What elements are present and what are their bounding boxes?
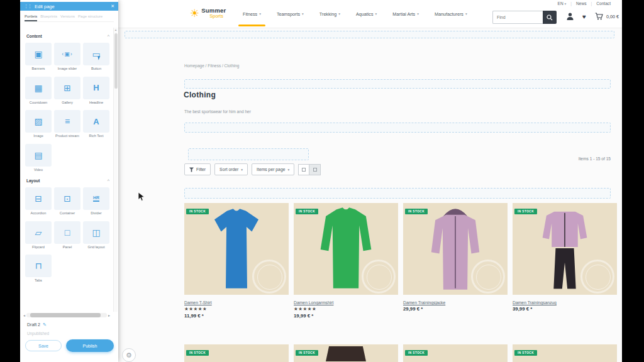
tab-portlets[interactable]: Portlets (25, 14, 37, 21)
portlet-panel[interactable]: □ Panel (54, 221, 80, 250)
chevron-down-icon: ▾ (565, 2, 567, 6)
portlet-label: Image (25, 134, 52, 138)
product-card[interactable]: IN STOCK Damen T-Shirt ★★★★★ 11,99 € * (184, 203, 289, 319)
stock-badge: IN STOCK (405, 209, 428, 214)
search-button[interactable] (543, 11, 557, 24)
close-icon[interactable]: ✕ (111, 4, 114, 9)
product-name-link[interactable]: Damen Trainingsjacke (403, 300, 508, 305)
tabs-icon: ⊓ (35, 261, 42, 271)
portlet-accordion[interactable]: ⊟ Accordion (25, 187, 52, 216)
account-button[interactable] (567, 13, 574, 20)
chevron-down-icon: ▾ (241, 168, 243, 172)
product-image[interactable]: IN STOCK (513, 203, 617, 295)
portlet-image[interactable]: ▨ Image (25, 110, 52, 138)
cms-dropzone[interactable] (184, 79, 611, 89)
panel-icon: □ (65, 228, 70, 238)
portlet-headline[interactable]: H Headline (83, 77, 109, 105)
language-selector[interactable]: EN ▾ (558, 1, 567, 6)
save-button[interactable]: Save (25, 340, 62, 351)
breadcrumb[interactable]: Homepage / Fitness / Clothing (184, 63, 239, 68)
product-image[interactable]: IN STOCK (513, 344, 617, 362)
search-input[interactable] (492, 11, 543, 24)
list-view-button[interactable] (309, 164, 321, 175)
gallery-icon: ⊞ (64, 83, 71, 93)
tab-blueprints[interactable]: Blueprints (40, 14, 57, 19)
product-name-link[interactable]: Damen T-Shirt (184, 300, 289, 305)
product-image[interactable]: IN STOCK (184, 203, 289, 295)
news-link[interactable]: News (576, 1, 587, 6)
portlet-divider[interactable]: HR Divider (83, 187, 109, 216)
product-card[interactable]: IN STOCK (403, 344, 508, 362)
sun-logo-icon: ☀ (190, 7, 199, 21)
cms-dropzone[interactable] (184, 188, 611, 199)
portlet-rich-text[interactable]: A Rich Text (83, 110, 109, 138)
portlet-label: Image slider (54, 67, 80, 71)
tab-page-structure[interactable]: Page structure (78, 14, 103, 19)
editor-header: ⋮⋮ Edit page ✕ (20, 2, 118, 11)
scrollbar-thumb[interactable] (114, 33, 118, 89)
items-per-page-dropdown[interactable]: Items per page ▾ (252, 163, 294, 175)
section-content-label: Content (26, 34, 42, 38)
product-card[interactable]: IN STOCK (184, 344, 289, 362)
nav-item-martial-arts[interactable]: Martial Arts▾ (391, 0, 420, 28)
product-name-link[interactable]: Damen Longarmshirt (294, 300, 398, 305)
section-layout[interactable]: Layout ^ (26, 178, 109, 183)
product-name-link[interactable]: Damen Trainingsanzug (513, 300, 617, 305)
product-card[interactable]: IN STOCK (294, 344, 398, 362)
nav-label: Martial Arts (392, 11, 415, 17)
draft-label: Draft 2✎ (27, 322, 47, 327)
product-card[interactable]: IN STOCK Damen Trainingsjacke 29,99 € * (403, 203, 508, 312)
nav-item-trekking[interactable]: Trekking▾ (318, 0, 341, 28)
tab-versions[interactable]: Versions (60, 14, 75, 19)
portlet-video[interactable]: ▤ Video (25, 144, 52, 172)
cart-button[interactable]: 0,00 € (595, 13, 619, 20)
filter-button[interactable]: Filter (184, 163, 211, 175)
portlet-flipcard[interactable]: ▱ Flipcard (25, 221, 52, 250)
publish-button[interactable]: Publish (66, 339, 114, 352)
product-image[interactable]: IN STOCK (403, 344, 508, 362)
edit-pencil-icon[interactable]: ✎ (43, 322, 47, 327)
portlet-banners[interactable]: ▣ Banners (25, 43, 52, 71)
heart-icon: ♥ (582, 13, 586, 20)
nav-item-fitness[interactable]: Fitness▾ (242, 0, 262, 28)
nav-item-aquatics[interactable]: Aquatics▾ (355, 0, 378, 28)
portlet-gallery[interactable]: ⊞ Gallery (54, 77, 80, 105)
portlet-image-slider[interactable]: ‹▣› Image slider (54, 43, 80, 71)
grid-view-button[interactable] (298, 164, 309, 175)
portlet-grid-layout[interactable]: ◫ Grid layout (83, 221, 109, 250)
product-image[interactable]: IN STOCK (403, 203, 508, 295)
product-image[interactable]: IN STOCK (294, 203, 398, 295)
cms-dropzone[interactable] (125, 31, 614, 38)
product-card[interactable]: IN STOCK Damen Trainingsanzug 39,99 € * (513, 203, 617, 312)
contact-link[interactable]: Contact (596, 1, 611, 6)
product-card[interactable]: IN STOCK Damen Longarmshirt ★★★★★ 19,99 … (294, 203, 398, 319)
shop-logo[interactable]: ☀ Summer Sports (190, 7, 226, 21)
stock-badge: IN STOCK (514, 350, 537, 356)
portlet-product-stream[interactable]: ≡ Product stream (54, 110, 80, 138)
wishlist-button[interactable]: ♥ (582, 13, 586, 20)
nav-item-manufacturers[interactable]: Manufacturers▾ (433, 0, 469, 28)
cms-dropzone[interactable] (188, 148, 309, 160)
portlet-button[interactable]: ▭ Button (83, 43, 109, 71)
editor-horizontal-scrollbar[interactable]: ◂ ▸ (23, 312, 110, 318)
scroll-left-icon[interactable]: ◂ (23, 313, 25, 317)
product-image[interactable]: IN STOCK (184, 344, 289, 362)
scroll-right-icon[interactable]: ▸ (108, 313, 110, 317)
cms-dropzone[interactable] (184, 123, 611, 133)
settings-fab[interactable]: ⚙ (122, 348, 136, 362)
chevron-up-icon[interactable]: ^ (108, 34, 109, 38)
drag-handle-icon[interactable]: ⋮⋮ (24, 4, 31, 9)
sort-order-dropdown[interactable]: Sort order ▾ (214, 163, 248, 175)
scrollbar-thumb[interactable] (30, 313, 101, 317)
product-card[interactable]: IN STOCK (513, 344, 617, 362)
portlet-label: Accordion (25, 211, 52, 216)
editor-vertical-scrollbar[interactable]: ▴ (113, 28, 118, 312)
portlet-tabs[interactable]: ⊓ Tabs (25, 255, 52, 283)
scroll-up-icon[interactable]: ▴ (115, 28, 117, 31)
chevron-up-icon[interactable]: ^ (108, 178, 109, 183)
product-image[interactable]: IN STOCK (294, 344, 398, 362)
section-content[interactable]: Content ^ (26, 34, 109, 38)
portlet-container[interactable]: ⊡ Container (54, 187, 80, 216)
nav-item-teamsports[interactable]: Teamsports▾ (275, 0, 305, 28)
portlet-countdown[interactable]: ▦ Countdown (25, 77, 52, 105)
